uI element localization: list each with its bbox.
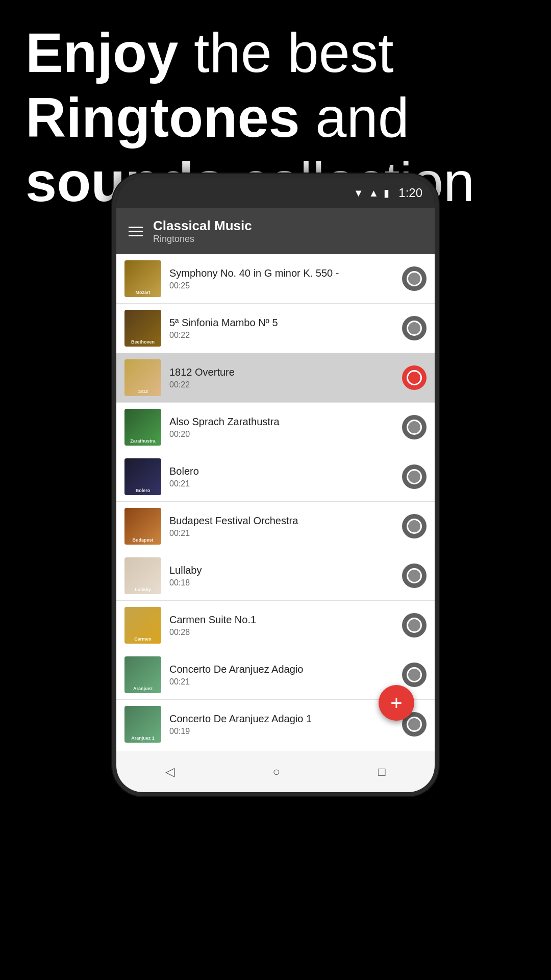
play-button-inner bbox=[407, 321, 422, 336]
fab-plus-icon: + bbox=[390, 693, 402, 713]
song-list[interactable]: Mozart Symphony No. 40 in G minor K. 550… bbox=[116, 254, 435, 762]
song-name: Budapest Festival Orchestra bbox=[169, 515, 394, 527]
fab-button[interactable]: + bbox=[379, 685, 414, 721]
song-item[interactable]: Budapest Budapest Festival Orchestra 00:… bbox=[116, 502, 435, 551]
song-thumbnail: Beethoven bbox=[124, 310, 161, 347]
battery-icon: ▮ bbox=[384, 187, 389, 199]
song-name: Bolero bbox=[169, 465, 394, 477]
song-name: Carmen Suite No.1 bbox=[169, 614, 394, 626]
song-duration: 00:22 bbox=[169, 380, 394, 389]
song-info: Bolero 00:21 bbox=[161, 465, 402, 488]
app-title: Classical Music bbox=[153, 218, 252, 234]
song-item[interactable]: Lullaby Lullaby 00:18 bbox=[116, 551, 435, 601]
song-name: Lullaby bbox=[169, 565, 394, 576]
song-thumbnail: Zarathustra bbox=[124, 409, 161, 446]
signal-icon: ▲ bbox=[368, 187, 379, 199]
song-thumbnail: Aranjuez bbox=[124, 656, 161, 693]
play-button-inner bbox=[407, 568, 422, 583]
play-button-inner bbox=[407, 370, 422, 385]
song-item[interactable]: Bolero Bolero 00:21 bbox=[116, 452, 435, 502]
song-duration: 00:18 bbox=[169, 578, 394, 587]
play-button-inner bbox=[407, 420, 422, 435]
song-name: Concerto De Aranjuez Adagio 1 bbox=[169, 713, 394, 725]
song-info: 1812 Overture 00:22 bbox=[161, 366, 402, 389]
play-button[interactable] bbox=[402, 266, 427, 291]
song-thumbnail: Bolero bbox=[124, 458, 161, 495]
song-name: 5ª Sinfonia Mambo Nº 5 bbox=[169, 317, 394, 329]
thumb-label: Aranjuez bbox=[127, 686, 159, 691]
song-info: Concerto De Aranjuez Adagio 1 00:19 bbox=[161, 713, 402, 736]
song-item[interactable]: Mozart Symphony No. 40 in G minor K. 550… bbox=[116, 254, 435, 304]
play-button[interactable] bbox=[402, 415, 427, 439]
status-bar: ▼ ▲ ▮ 1:20 bbox=[116, 178, 435, 208]
song-thumbnail: 1812 bbox=[124, 359, 161, 396]
thumb-label: Bolero bbox=[127, 488, 159, 493]
thumb-label: Budapest bbox=[127, 537, 159, 543]
play-button[interactable] bbox=[402, 564, 427, 588]
song-name: 1812 Overture bbox=[169, 366, 394, 378]
song-item[interactable]: Zarathustra Also Sprach Zarathustra 00:2… bbox=[116, 403, 435, 452]
song-thumbnail: Mozart bbox=[124, 260, 161, 297]
song-duration: 00:25 bbox=[169, 281, 394, 290]
song-name: Symphony No. 40 in G minor K. 550 - bbox=[169, 267, 394, 279]
song-info: Carmen Suite No.1 00:28 bbox=[161, 614, 402, 637]
header-title: Classical Music Ringtones bbox=[153, 218, 252, 244]
song-info: 5ª Sinfonia Mambo Nº 5 00:22 bbox=[161, 317, 402, 340]
song-item[interactable]: Beethoven 5ª Sinfonia Mambo Nº 5 00:22 bbox=[116, 304, 435, 353]
thumb-label: Carmen bbox=[127, 636, 159, 642]
thumb-label: 1812 bbox=[127, 389, 159, 394]
thumb-label: Zarathustra bbox=[127, 438, 159, 444]
song-name: Concerto De Aranjuez Adagio bbox=[169, 664, 394, 675]
play-button[interactable] bbox=[402, 514, 427, 538]
hero-ringtones: Ringtones bbox=[26, 86, 300, 149]
play-button-inner bbox=[407, 271, 422, 286]
app-header: Classical Music Ringtones bbox=[116, 208, 435, 254]
hero-and: and bbox=[300, 86, 409, 149]
song-info: Symphony No. 40 in G minor K. 550 - 00:2… bbox=[161, 267, 402, 290]
back-button[interactable]: ◁ bbox=[165, 765, 174, 779]
play-button[interactable] bbox=[402, 613, 427, 638]
play-button-inner bbox=[407, 667, 422, 682]
song-duration: 00:21 bbox=[169, 479, 394, 488]
hero-line1: Enjoy the best bbox=[26, 20, 525, 85]
play-button[interactable] bbox=[402, 464, 427, 489]
menu-button[interactable] bbox=[129, 227, 143, 236]
song-info: Concerto De Aranjuez Adagio 00:21 bbox=[161, 664, 402, 687]
song-thumbnail: Budapest bbox=[124, 508, 161, 545]
phone-bottom-nav: ◁ ○ □ bbox=[116, 751, 435, 792]
status-icons: ▼ ▲ ▮ 1:20 bbox=[354, 186, 422, 200]
phone-frame: ▼ ▲ ▮ 1:20 Classical Music Ringtones Moz… bbox=[112, 174, 439, 796]
song-duration: 00:28 bbox=[169, 628, 394, 637]
wifi-icon: ▼ bbox=[354, 187, 364, 199]
song-item[interactable]: 1812 1812 Overture 00:22 bbox=[116, 353, 435, 403]
song-duration: 00:22 bbox=[169, 331, 394, 340]
play-button[interactable] bbox=[402, 316, 427, 340]
song-duration: 00:21 bbox=[169, 677, 394, 687]
song-duration: 00:19 bbox=[169, 727, 394, 736]
thumb-label: Aranjuez 1 bbox=[127, 736, 159, 741]
song-name: Also Sprach Zarathustra bbox=[169, 416, 394, 428]
song-info: Lullaby 00:18 bbox=[161, 565, 402, 587]
song-info: Also Sprach Zarathustra 00:20 bbox=[161, 416, 402, 439]
hero-enjoy: Enjoy bbox=[26, 21, 179, 84]
play-button[interactable] bbox=[402, 663, 427, 687]
song-thumbnail: Lullaby bbox=[124, 557, 161, 594]
thumb-label: Mozart bbox=[127, 290, 159, 295]
status-time: 1:20 bbox=[398, 186, 422, 200]
thumb-label: Beethoven bbox=[127, 339, 159, 345]
app-subtitle: Ringtones bbox=[153, 234, 252, 244]
recent-button[interactable]: □ bbox=[378, 765, 386, 779]
play-button-inner bbox=[407, 618, 422, 633]
play-button[interactable] bbox=[402, 365, 427, 390]
play-button-inner bbox=[407, 519, 422, 534]
song-duration: 00:20 bbox=[169, 430, 394, 439]
play-button-inner bbox=[407, 469, 422, 484]
hero-line2: Ringtones and bbox=[26, 85, 525, 150]
home-button[interactable]: ○ bbox=[272, 765, 280, 779]
hero-the-best: the best bbox=[179, 21, 394, 84]
thumb-label: Lullaby bbox=[127, 587, 159, 592]
song-item[interactable]: Carmen Carmen Suite No.1 00:28 bbox=[116, 601, 435, 650]
song-thumbnail: Carmen bbox=[124, 607, 161, 644]
phone-mockup: ▼ ▲ ▮ 1:20 Classical Music Ringtones Moz… bbox=[112, 174, 439, 796]
song-thumbnail: Aranjuez 1 bbox=[124, 706, 161, 743]
